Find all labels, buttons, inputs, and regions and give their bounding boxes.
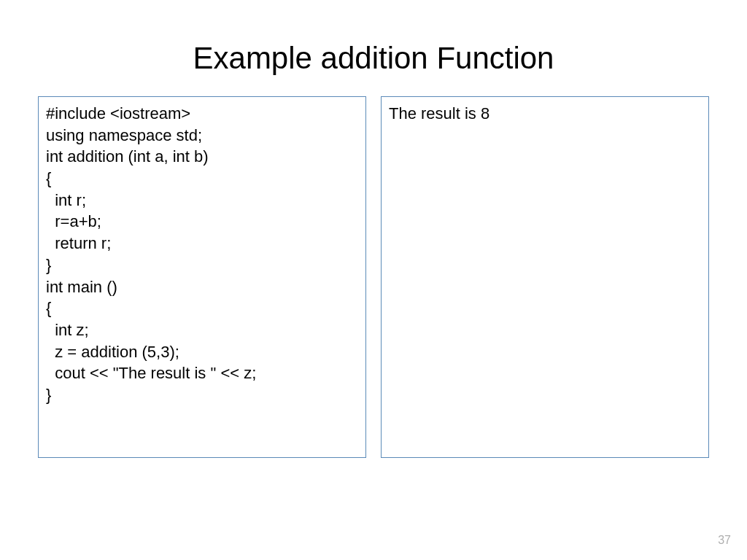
code-line: int addition (int a, int b) bbox=[46, 146, 358, 168]
code-line: int main () bbox=[46, 276, 358, 298]
content-area: #include <iostream> using namespace std;… bbox=[0, 96, 747, 458]
code-line: } bbox=[46, 384, 358, 406]
code-line: cout << "The result is " << z; bbox=[46, 362, 358, 384]
code-line: r=a+b; bbox=[46, 211, 358, 233]
code-line: int r; bbox=[46, 190, 358, 211]
output-box: The result is 8 bbox=[381, 96, 709, 458]
page-number: 37 bbox=[718, 534, 731, 547]
code-line: #include <iostream> bbox=[46, 103, 358, 125]
slide-title: Example addition Function bbox=[0, 0, 747, 96]
code-box: #include <iostream> using namespace std;… bbox=[38, 96, 366, 458]
code-line: { bbox=[46, 298, 358, 319]
output-text: The result is 8 bbox=[389, 103, 701, 125]
code-line: } bbox=[46, 254, 358, 276]
code-line: return r; bbox=[46, 233, 358, 254]
code-line: int z; bbox=[46, 319, 358, 341]
code-line: z = addition (5,3); bbox=[46, 341, 358, 363]
code-line: using namespace std; bbox=[46, 125, 358, 147]
code-line: { bbox=[46, 168, 358, 190]
